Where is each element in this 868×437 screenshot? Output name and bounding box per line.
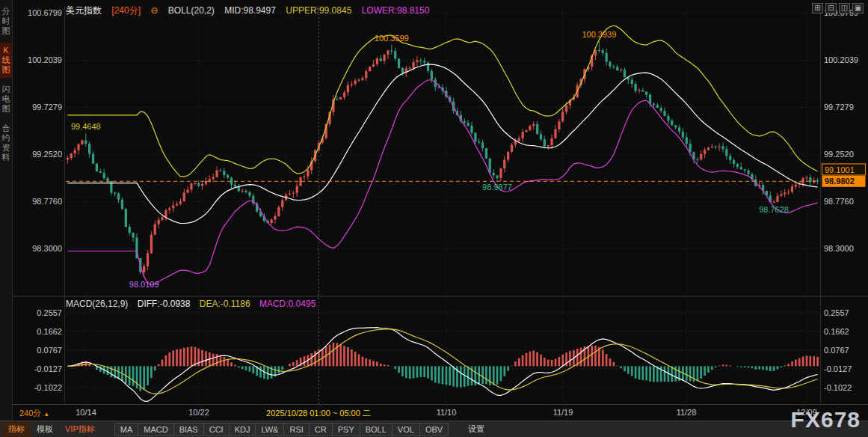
watermark: FX678: [791, 407, 861, 433]
price-axis-label-right: 100.2039: [824, 55, 858, 64]
settings-button[interactable]: 设置: [462, 421, 490, 437]
cr-button[interactable]: CR: [309, 423, 333, 436]
time-tick: 11/19: [553, 408, 573, 417]
crosshair-price-label: 99.1001: [825, 165, 855, 174]
macd-axis-label-left: 0.0767: [37, 346, 62, 355]
macd-axis-label-left: -0.0127: [34, 364, 62, 373]
split-vertical-icon[interactable]: ◫: [839, 3, 850, 13]
swing-label: 100.3599: [375, 34, 409, 43]
price-axis-label-left: 99.2520: [32, 150, 62, 159]
boll-button[interactable]: BOLL: [360, 423, 393, 436]
bias-button[interactable]: BIAS: [173, 423, 204, 436]
price-axis-label-left: 100.6799: [28, 8, 62, 17]
symbol-name: 美元指数: [66, 5, 102, 16]
price-axis-label-left: 99.7279: [32, 103, 62, 111]
lw-button[interactable]: LW&: [255, 423, 284, 436]
macd-indicator-name: MACD(26,12,9): [66, 299, 128, 309]
window-layout-icons: ⊞⊟◫▣: [812, 3, 864, 13]
swing-label: 100.3939: [582, 30, 616, 39]
boll-lower-value: LOWER:98.8150: [362, 5, 430, 16]
boll-mid-value: MID:98.9497: [224, 5, 276, 16]
swing-label: 98.9877: [482, 183, 512, 192]
sidebar-item-lightning-chart[interactable]: 闪电图: [0, 82, 12, 117]
macd-bar-value: MACD:0.0495: [259, 299, 316, 309]
macd-axis-label-right: 0.1662: [824, 327, 849, 336]
dropdown-arrow-icon: ▲: [43, 411, 49, 418]
macd-axis-label-right: -0.0127: [824, 364, 852, 373]
macd-diff-value: DIFF:-0.0938: [138, 299, 191, 309]
templates-tab[interactable]: 模板: [31, 421, 59, 437]
period-selector-label: 240分: [19, 409, 41, 418]
trading-app-window: 100.6799100.6799100.2039100.203999.72799…: [0, 0, 868, 437]
sidebar-item-timeshare-chart[interactable]: 分时图: [0, 4, 12, 39]
price-axis-label-right: 99.2520: [824, 150, 854, 159]
chart-canvas[interactable]: 100.6799100.6799100.2039100.203999.72799…: [0, 0, 868, 421]
macd-button[interactable]: MACD: [138, 423, 173, 436]
rsi-button[interactable]: RSI: [283, 423, 309, 436]
crosshair-time-label: 2025/10/28 01:00 ~ 05:00 二: [266, 408, 371, 419]
grid-layer: [66, 6, 819, 404]
macd-axis-label-right: 0.0767: [824, 346, 849, 355]
price-axis-label-right: 99.7279: [824, 103, 854, 111]
time-tick: 11/28: [677, 408, 697, 417]
maximize-icon[interactable]: ▣: [852, 3, 864, 13]
boll-upper-value: UPPER:99.0845: [286, 5, 351, 16]
swing-label: 98.7628: [759, 205, 789, 214]
time-axis: 240分▲ 10/1410/222025/10/28 01:00 ~ 05:00…: [0, 405, 868, 421]
price-axis-label-left: 98.7760: [32, 197, 62, 206]
sidebar-item-contract-info[interactable]: 合约资料: [0, 120, 12, 165]
sidebar-item-kline-chart[interactable]: K线图: [0, 43, 12, 78]
axis-labels: 100.6799100.6799100.2039100.203999.72799…: [28, 8, 858, 392]
macd-axis-label-right: 0.2557: [824, 308, 849, 317]
period-selector[interactable]: 240分▲: [19, 408, 49, 419]
cci-button[interactable]: CCI: [203, 423, 230, 436]
price-axis-label-left: 98.3000: [32, 244, 62, 253]
price-axis-label-left: 100.2039: [28, 55, 62, 64]
swing-label: 98.0109: [129, 280, 159, 289]
macd-axis-label-left: 0.1662: [37, 327, 62, 336]
swing-label: 99.4648: [71, 122, 101, 131]
time-tick: 10/14: [76, 408, 96, 417]
period-label: [240分]: [111, 5, 141, 16]
psy-button[interactable]: PSY: [332, 423, 360, 436]
vip-indicators-tab[interactable]: VIP指标: [59, 421, 101, 437]
kdj-button[interactable]: KDJ: [229, 423, 256, 436]
ma-button[interactable]: MA: [114, 423, 139, 436]
grid-layout-icon[interactable]: ⊞: [812, 3, 823, 13]
macd-axis-label-left: 0.2557: [37, 308, 62, 317]
bottom-toolbar: 指标模板VIP指标MAMACDBIASCCIKDJLW&RSICRPSYBOLL…: [0, 421, 868, 437]
price-axis-label-right: 98.7760: [824, 197, 854, 206]
indicators-tab[interactable]: 指标: [2, 421, 31, 437]
boll-indicator-name: BOLL(20,2): [168, 5, 215, 16]
chart-type-sidebar: 分时图K线图闪电图合约资料: [0, 0, 13, 421]
candles-layer: [67, 41, 819, 278]
macd-header: MACD(26,12,9) DIFF:-0.0938 DEA:-0.1186 M…: [66, 299, 322, 309]
link-icon[interactable]: ⊖: [150, 5, 158, 16]
macd-axis-label-right: -0.1022: [824, 383, 852, 392]
macd-dea-value: DEA:-0.1186: [200, 299, 250, 309]
obv-button[interactable]: OBV: [419, 423, 449, 436]
chart-header: 美元指数 [240分] ⊖ BOLL(20,2) MID:98.9497 UPP…: [66, 4, 437, 17]
last-price-label: 98.9802: [825, 177, 855, 186]
time-tick: 11/10: [437, 408, 457, 417]
macd-axis-label-left: -0.1022: [34, 383, 62, 392]
price-axis-label-right: 98.3000: [824, 244, 854, 253]
boll-lower-line: [67, 80, 817, 285]
split-horizontal-icon[interactable]: ⊟: [825, 3, 837, 13]
time-tick: 10/22: [188, 408, 209, 417]
vol-button[interactable]: VOL: [392, 423, 420, 436]
